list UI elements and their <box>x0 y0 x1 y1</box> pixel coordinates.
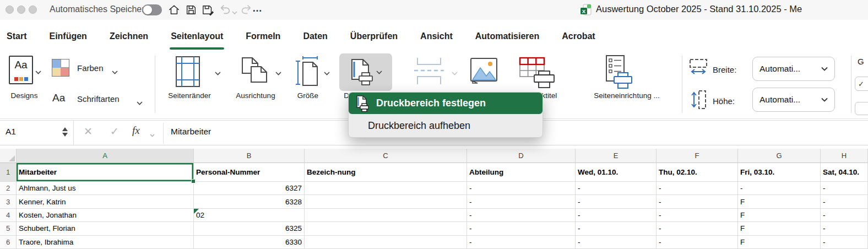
cell-F3[interactable]: - <box>657 195 738 208</box>
row-header-2[interactable]: 2 <box>0 182 17 195</box>
autosave-toggle[interactable] <box>142 4 162 15</box>
seitenraender-icon[interactable] <box>175 56 200 90</box>
cell-B4[interactable]: 02 <box>194 209 305 222</box>
cell-D6[interactable]: - <box>467 236 576 249</box>
column-header-A[interactable]: A <box>17 149 194 163</box>
seiteneinrichtung-icon[interactable] <box>603 55 635 91</box>
column-header-H[interactable]: H <box>821 149 868 163</box>
cell-F5[interactable]: - <box>657 222 738 235</box>
cell-C4[interactable] <box>305 209 467 222</box>
cell-E5[interactable]: - <box>576 222 657 235</box>
designs-label[interactable]: Designs <box>4 91 44 100</box>
cell-H5[interactable]: - <box>821 222 868 235</box>
ueberschriften-checkbox[interactable] <box>855 102 868 115</box>
cell-H2[interactable]: - <box>821 182 868 195</box>
formula-input[interactable]: Mitarbeiter <box>171 127 211 137</box>
groesse-label[interactable]: Größe <box>286 91 329 100</box>
cell-D5[interactable]: - <box>467 222 576 235</box>
cell-H4[interactable]: - <box>821 209 868 222</box>
designs-icon[interactable]: Aa <box>9 56 33 84</box>
cell-G1[interactable]: Fri, 03.10. <box>738 163 821 182</box>
cell-E2[interactable]: - <box>576 182 657 195</box>
cell-E4[interactable]: - <box>576 209 657 222</box>
gitternetz-checkbox[interactable]: ✓ <box>855 77 868 91</box>
seiteneinrichtung-label[interactable]: Seiteneinrichtung ... <box>570 91 683 100</box>
cell-C2[interactable] <box>305 182 467 195</box>
row-header-3[interactable]: 3 <box>0 195 17 208</box>
cell-A6[interactable]: Traore, Ibrahima <box>17 236 194 249</box>
ausrichtung-label[interactable]: Ausrichtung <box>227 91 284 100</box>
column-header-B[interactable]: B <box>194 149 305 163</box>
tab-acrobat[interactable]: Acrobat <box>562 20 595 52</box>
cell-D2[interactable]: - <box>467 182 576 195</box>
undo-icon[interactable] <box>219 4 231 16</box>
cell-B6[interactable]: 6330 <box>194 236 305 249</box>
row-header-1[interactable]: 1 <box>0 163 17 182</box>
cell-G6[interactable]: F <box>738 236 821 249</box>
cancel-icon[interactable]: ✕ <box>84 125 93 138</box>
select-all-corner[interactable] <box>0 149 17 163</box>
cell-G2[interactable]: - <box>738 182 821 195</box>
window-close-button[interactable] <box>6 6 14 14</box>
breite-dropdown[interactable]: Automati... <box>752 57 835 81</box>
redo-icon[interactable] <box>240 4 252 16</box>
seitenraender-label[interactable]: Seitenränder <box>159 91 220 100</box>
cell-E1[interactable]: Wed, 01.10. <box>576 163 657 182</box>
hintergrund-bild-icon[interactable] <box>470 57 498 86</box>
cell-G5[interactable]: F <box>738 222 821 235</box>
menu-item-druckbereich-aufheben[interactable]: Druckbereich aufheben <box>349 114 542 137</box>
cell-B2[interactable]: 6327 <box>194 182 305 195</box>
cell-B3[interactable]: 6328 <box>194 195 305 208</box>
farben-label[interactable]: Farben <box>77 63 104 73</box>
groesse-icon[interactable] <box>295 56 319 90</box>
window-minimize-button[interactable] <box>17 6 25 14</box>
cell-H6[interactable]: - <box>821 236 868 249</box>
cell-D4[interactable]: - <box>467 209 576 222</box>
cell-C6[interactable] <box>305 236 467 249</box>
column-header-C[interactable]: C <box>305 149 467 163</box>
ausrichtung-icon[interactable] <box>240 57 270 86</box>
tab-automatisieren[interactable]: Automatisieren <box>475 20 539 52</box>
insert-function-icon[interactable]: fx <box>132 124 140 137</box>
confirm-icon[interactable]: ✓ <box>110 125 119 138</box>
cell-H1[interactable]: Sat, 04.10. <box>821 163 868 182</box>
save-icon[interactable] <box>185 4 197 16</box>
cell-G3[interactable]: F <box>738 195 821 208</box>
cell-A3[interactable]: Kenner, Katrin <box>17 195 194 208</box>
cell-G4[interactable]: F <box>738 209 821 222</box>
name-box[interactable]: A1 <box>0 121 74 145</box>
row-header-6[interactable]: 6 <box>0 236 17 249</box>
cell-F2[interactable]: - <box>657 182 738 195</box>
more-commands-icon[interactable]: … <box>252 3 263 14</box>
druckbereich-button[interactable] <box>339 53 392 91</box>
cell-C1[interactable]: Bezeich-nung <box>305 163 467 182</box>
fill-handle[interactable] <box>191 179 196 183</box>
name-box-stepper[interactable] <box>62 126 68 138</box>
cell-A2[interactable]: Ahlmann, Just us <box>17 182 194 195</box>
menu-item-druckbereich-festlegen[interactable]: Druckbereich festlegen <box>349 93 542 114</box>
cell-F1[interactable]: Thu, 02.10. <box>657 163 738 182</box>
cell-F4[interactable]: - <box>657 209 738 222</box>
cell-F6[interactable]: - <box>657 236 738 249</box>
drucktitel-icon[interactable] <box>518 55 556 92</box>
cell-E3[interactable]: - <box>576 195 657 208</box>
cell-A5[interactable]: Schubert, Florian <box>17 222 194 235</box>
tab-einfügen[interactable]: Einfügen <box>49 20 86 52</box>
row-header-5[interactable]: 5 <box>0 222 17 235</box>
tab-daten[interactable]: Daten <box>303 20 327 52</box>
umbrueche-icon[interactable] <box>412 58 446 86</box>
tab-seitenlayout[interactable]: Seitenlayout <box>171 20 223 52</box>
save-as-icon[interactable] <box>202 4 214 16</box>
cell-D1[interactable]: Abteilung <box>467 163 576 182</box>
window-zoom-button[interactable] <box>29 6 37 14</box>
farben-icon[interactable] <box>52 59 69 77</box>
column-header-D[interactable]: D <box>467 149 576 163</box>
cell-H3[interactable]: - <box>821 195 868 208</box>
hoehe-dropdown[interactable]: Automati... <box>752 88 835 112</box>
cell-B1[interactable]: Personal-Nummer <box>194 163 305 182</box>
cell-E6[interactable]: - <box>576 236 657 249</box>
row-header-4[interactable]: 4 <box>0 209 17 222</box>
tab-überprüfen[interactable]: Überprüfen <box>350 20 398 52</box>
tab-ansicht[interactable]: Ansicht <box>420 20 453 52</box>
tab-zeichnen[interactable]: Zeichnen <box>110 20 148 52</box>
